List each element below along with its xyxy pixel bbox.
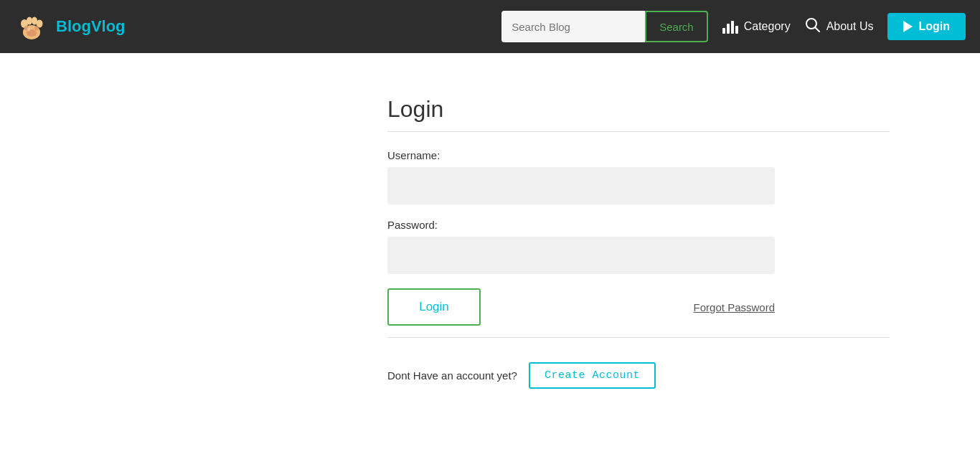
content-area: Login Username: Password: Login Forgot P… <box>0 53 980 417</box>
no-account-text: Dont Have an account yet? <box>387 369 517 382</box>
form-actions: Login Forgot Password <box>387 288 775 326</box>
login-nav-button[interactable]: Login <box>887 13 966 40</box>
logo-text: BlogVlog <box>56 17 126 36</box>
page-title: Login <box>387 96 443 123</box>
create-account-button[interactable]: Create Account <box>529 362 656 389</box>
search-button[interactable]: Search <box>645 11 708 42</box>
forgot-password-link[interactable]: Forgot Password <box>694 301 775 313</box>
login-nav-label: Login <box>918 20 950 33</box>
category-nav[interactable]: Category <box>722 19 791 34</box>
search-area: Search <box>501 11 708 42</box>
username-input[interactable] <box>387 167 775 204</box>
svg-point-8 <box>34 26 39 31</box>
svg-point-9 <box>27 27 30 32</box>
logo-area: BlogVlog <box>14 9 126 44</box>
password-label: Password: <box>387 219 438 231</box>
login-form-section: Login Username: Password: Login Forgot P… <box>387 75 890 417</box>
search-about-icon <box>805 17 821 37</box>
header: BlogVlog Search Category About Us Login <box>0 0 980 53</box>
title-divider <box>387 131 890 132</box>
svg-line-11 <box>815 27 819 32</box>
category-label: Category <box>744 20 791 33</box>
paw-icon <box>14 9 49 44</box>
password-input[interactable] <box>387 237 775 274</box>
search-input[interactable] <box>501 11 645 42</box>
create-account-row: Dont Have an account yet? Create Account <box>387 362 656 389</box>
about-label: About Us <box>826 20 874 33</box>
category-icon <box>722 19 738 34</box>
play-icon <box>903 21 913 32</box>
login-submit-button[interactable]: Login <box>387 288 481 326</box>
svg-point-3 <box>27 17 32 25</box>
username-label: Username: <box>387 149 440 161</box>
form-divider <box>387 337 890 338</box>
about-nav[interactable]: About Us <box>805 17 874 37</box>
